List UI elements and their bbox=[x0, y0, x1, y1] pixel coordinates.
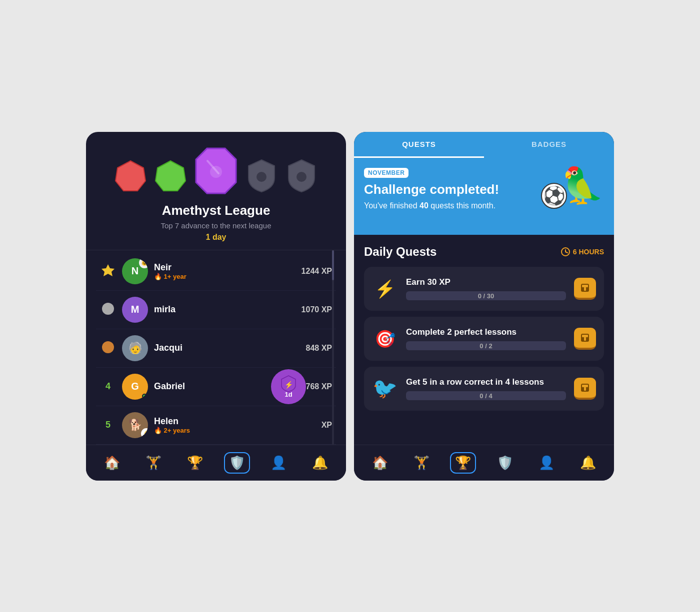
quest-progress-bar: 0 / 2 bbox=[406, 341, 566, 350]
league-time: 1 day bbox=[96, 233, 336, 242]
quests-header: Daily Quests 6 HOURS bbox=[364, 245, 604, 259]
player-xp: 1070 XP bbox=[302, 305, 332, 314]
player-xp: 768 XP bbox=[306, 382, 332, 391]
avatar-mirla: M bbox=[122, 297, 148, 323]
player-xp: 848 XP bbox=[306, 344, 332, 353]
table-row: 4 G Gabriel 768 XP ⚡ bbox=[96, 368, 336, 406]
nav-profile-right[interactable]: 👤 bbox=[534, 452, 560, 474]
shield-protection-badge: ⚡ 1d bbox=[271, 369, 306, 404]
quest-progress-bar: 0 / 30 bbox=[406, 291, 566, 300]
svg-marker-0 bbox=[116, 161, 146, 191]
avatar-helen: 🐕 💪 bbox=[122, 412, 148, 438]
player-xp: XP bbox=[322, 421, 332, 430]
player-name: Jacqui bbox=[154, 343, 306, 353]
challenge-text: NOVEMBER Challenge completed! You've fin… bbox=[364, 168, 533, 210]
quest-progress-label: 0 / 4 bbox=[480, 392, 492, 399]
player-info-neir: Neir 🔥 1+ year bbox=[154, 262, 302, 280]
svg-rect-21 bbox=[582, 385, 588, 387]
nav-home[interactable]: 🏠 bbox=[99, 452, 125, 474]
quest-progress-label: 0 / 30 bbox=[478, 292, 494, 299]
quest-target-icon: 🎯 bbox=[372, 326, 398, 352]
home-icon: 🏠 bbox=[104, 455, 120, 471]
rank-badge-1 bbox=[100, 263, 116, 279]
scrollbar-thumb[interactable] bbox=[332, 250, 334, 280]
profile-icon: 👤 bbox=[538, 455, 554, 471]
quest-progress-label: 0 / 2 bbox=[480, 342, 492, 349]
player-streak: 🔥 2+ years bbox=[154, 427, 322, 434]
svg-point-6 bbox=[296, 172, 306, 182]
player-name: mirla bbox=[154, 304, 302, 315]
quest-content-xp: Earn 30 XP 0 / 30 bbox=[406, 277, 566, 300]
nav-profile[interactable]: 👤 bbox=[266, 452, 292, 474]
nav-leaderboard-right[interactable]: 🏆 bbox=[450, 452, 476, 474]
svg-rect-22 bbox=[584, 387, 586, 391]
quest-name: Get 5 in a row correct in 4 lessons bbox=[406, 377, 566, 387]
svg-text:⚡: ⚡ bbox=[284, 381, 294, 389]
bell-icon: 🔔 bbox=[312, 455, 328, 471]
leaderboard: N 🐱 Neir 🔥 1+ year 1244 XP bbox=[96, 250, 336, 445]
rank-badge-2 bbox=[100, 302, 116, 318]
leaderboard-icon: 🏆 bbox=[187, 455, 203, 471]
tabs-row: QUESTS BADGES bbox=[354, 132, 614, 158]
gray-gem-1-icon bbox=[244, 159, 278, 193]
nav-leaderboard[interactable]: 🏆 bbox=[182, 452, 208, 474]
quest-row-correct: 🐦 Get 5 in a row correct in 4 lessons 0 … bbox=[364, 367, 604, 411]
nav-practice[interactable]: 🏋️ bbox=[140, 452, 166, 474]
league-title: Amethyst League bbox=[96, 203, 336, 218]
nav-notifications[interactable]: 🔔 bbox=[307, 452, 333, 474]
tab-badges[interactable]: BADGES bbox=[484, 132, 614, 158]
shield-icon: 🛡️ bbox=[497, 455, 513, 471]
avatar-gabriel: G bbox=[122, 374, 148, 400]
avatar-jacqui: 🧓 bbox=[122, 335, 148, 361]
player-info-mirla: mirla bbox=[154, 304, 302, 315]
tab-quests[interactable]: QUESTS bbox=[354, 132, 484, 158]
practice-icon: 🏋️ bbox=[414, 455, 430, 471]
practice-icon: 🏋️ bbox=[146, 455, 162, 471]
avatar-neir: N 🐱 bbox=[122, 258, 148, 284]
app-container: Amethyst League Top 7 advance to the nex… bbox=[66, 112, 634, 501]
quest-content-row: Get 5 in a row correct in 4 lessons 0 / … bbox=[406, 377, 566, 400]
svg-line-13 bbox=[566, 252, 568, 253]
profile-icon: 👤 bbox=[270, 455, 286, 471]
right-panel: QUESTS BADGES NOVEMBER Challenge complet… bbox=[354, 132, 614, 481]
nav-shield-right[interactable]: 🛡️ bbox=[492, 452, 518, 474]
left-panel: Amethyst League Top 7 advance to the nex… bbox=[86, 132, 346, 481]
svg-rect-18 bbox=[582, 335, 588, 337]
leaderboard-icon: 🏆 bbox=[455, 455, 471, 471]
green-gem-icon bbox=[154, 159, 188, 193]
scrollbar-track[interactable] bbox=[332, 250, 334, 445]
quest-reward-icon bbox=[574, 328, 596, 350]
left-bottom-nav: 🏠 🏋️ 🏆 🛡️ 👤 🔔 bbox=[86, 445, 346, 481]
challenge-title: Challenge completed! bbox=[364, 182, 533, 197]
svg-marker-7 bbox=[102, 264, 114, 276]
online-indicator bbox=[142, 394, 147, 399]
svg-point-4 bbox=[210, 166, 222, 178]
quest-earn-xp: ⚡ Earn 30 XP 0 / 30 bbox=[364, 267, 604, 311]
shield-icon: 🛡️ bbox=[229, 455, 245, 471]
quest-name: Earn 30 XP bbox=[406, 277, 566, 287]
gray-gem-2-icon bbox=[284, 159, 318, 193]
quest-xp-icon: ⚡ bbox=[372, 276, 398, 302]
svg-point-5 bbox=[256, 172, 266, 182]
nav-notifications-right[interactable]: 🔔 bbox=[575, 452, 601, 474]
nav-practice-right[interactable]: 🏋️ bbox=[408, 452, 434, 474]
cat-badge: 🐱 bbox=[139, 258, 148, 268]
quests-title: Daily Quests bbox=[364, 245, 436, 259]
table-row: N 🐱 Neir 🔥 1+ year 1244 XP bbox=[96, 252, 336, 291]
bell-icon: 🔔 bbox=[580, 455, 596, 471]
rank-badge-5: 5 bbox=[100, 420, 116, 430]
svg-rect-15 bbox=[582, 285, 588, 287]
nav-shield[interactable]: 🛡️ bbox=[224, 452, 250, 474]
nav-home-right[interactable]: 🏠 bbox=[367, 452, 393, 474]
right-bottom-nav: 🏠 🏋️ 🏆 🛡️ 👤 🔔 bbox=[354, 445, 614, 481]
quest-progress-bar: 0 / 4 bbox=[406, 391, 566, 400]
player-xp: 1244 XP bbox=[302, 267, 332, 276]
player-name: Helen bbox=[154, 416, 322, 427]
rank-badge-4: 4 bbox=[100, 381, 116, 392]
league-info: Amethyst League Top 7 advance to the nex… bbox=[96, 203, 336, 242]
purple-gem-icon bbox=[194, 146, 238, 196]
quest-name: Complete 2 perfect lessons bbox=[406, 327, 566, 337]
table-row: M mirla 1070 XP bbox=[96, 291, 336, 329]
player-name: Neir bbox=[154, 262, 302, 273]
quest-reward-icon bbox=[574, 378, 596, 400]
